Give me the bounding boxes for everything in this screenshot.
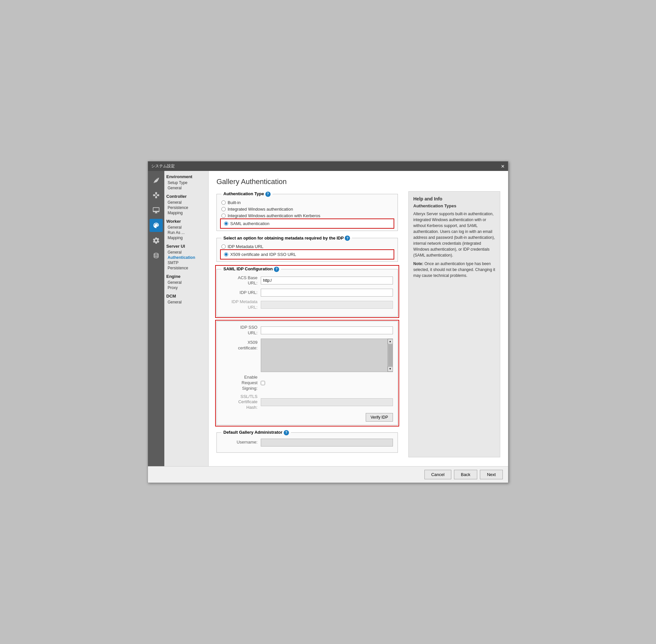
sidebar-icon-environment[interactable]: [149, 174, 163, 187]
nav-link-env-general[interactable]: General: [166, 185, 206, 191]
verify-idp-button[interactable]: Verify IDP: [366, 413, 393, 421]
saml-extra-fieldset: IDP SSOURL: X509certificate: ▲: [216, 321, 398, 425]
x509-cert-row: X509certificate: ▲ ▼: [221, 339, 393, 372]
idp-url-row: IDP URL:: [221, 289, 393, 297]
nav-section-environment: Environment: [166, 174, 206, 179]
auth-type-help-icon[interactable]: ?: [265, 191, 271, 197]
help-panel-note: Note: Once an authentication type has be…: [413, 261, 495, 278]
enable-signing-row: EnableRequestSigning:: [221, 375, 393, 391]
acs-base-url-row: ACS BaseURL:: [221, 275, 393, 286]
metadata-fieldset: Select an option for obtaining metadata …: [216, 235, 398, 262]
note-label: Note:: [413, 261, 423, 266]
x509-cert-wrapper: ▲ ▼: [261, 339, 393, 372]
default-admin-fieldset: Default Gallery Administrator ? Username…: [216, 430, 398, 453]
main-form: Authentication Type ? Built-in Integrate…: [216, 191, 398, 457]
nav-link-worker-mapping[interactable]: Mapping: [166, 235, 206, 240]
idp-metadata-url-row: IDP MetadataURL:: [221, 299, 393, 310]
auth-option-builtin[interactable]: Built-in: [221, 200, 393, 205]
titlebar: システム設定 ✕: [148, 161, 508, 171]
username-input: [261, 439, 393, 446]
next-button[interactable]: Next: [480, 470, 503, 479]
help-panel-subtitle: Authentication Types: [413, 203, 495, 208]
footer-bar: Cancel Back Next: [148, 466, 508, 483]
ssl-cert-hash-label: SSL/TLSCertificateHash:: [221, 394, 261, 411]
main-content: Gallery Authentication Authentication Ty…: [209, 171, 508, 466]
username-row: Username:: [221, 439, 393, 446]
sidebar-icon-serverui[interactable]: [149, 219, 163, 232]
nav-section-engine: Engine: [166, 274, 206, 279]
auth-radio-saml[interactable]: [224, 222, 228, 226]
metadata-option-url[interactable]: IDP Metadata URL: [221, 244, 393, 249]
metadata-legend: Select an option for obtaining metadata …: [221, 235, 352, 241]
close-button[interactable]: ✕: [501, 164, 505, 169]
nav-text-area: Environment Setup Type General Controlle…: [164, 171, 208, 466]
nav-section-controller: Controller: [166, 194, 206, 199]
help-panel: Help and Info Authentication Types Alter…: [408, 191, 500, 457]
nav-link-setup-type[interactable]: Setup Type: [166, 180, 206, 185]
enable-signing-checkbox[interactable]: [261, 381, 265, 385]
idp-sso-url-label: IDP SSOURL:: [221, 325, 261, 336]
note-text: Once an authentication type has been sel…: [413, 261, 495, 278]
help-panel-body: Alteryx Server supports built-in authent…: [413, 211, 495, 258]
auth-radio-kerberos[interactable]: [221, 213, 226, 218]
sidebar: Environment Setup Type General Controlle…: [148, 171, 209, 466]
scrollbar-up-arrow[interactable]: ▲: [388, 339, 393, 344]
auth-option-windows[interactable]: Integrated Windows authentication: [221, 207, 393, 212]
sidebar-icon-controller[interactable]: [149, 189, 163, 202]
scrollbar-thumb[interactable]: [388, 344, 393, 366]
scrollbar-down-arrow[interactable]: ▼: [388, 366, 393, 372]
window-body: Environment Setup Type General Controlle…: [148, 171, 508, 466]
nav-link-ui-persistence[interactable]: Persistence: [166, 266, 206, 271]
default-admin-legend: Default Gallery Administrator ?: [221, 430, 291, 435]
auth-type-options: Built-in Integrated Windows authenticati…: [221, 200, 393, 227]
nav-section-worker: Worker: [166, 219, 206, 224]
enable-signing-label: EnableRequestSigning:: [221, 375, 261, 391]
metadata-option-x509[interactable]: X509 certificate and IDP SSO URL: [221, 251, 393, 258]
acs-base-url-label: ACS BaseURL:: [221, 275, 261, 286]
nav-link-smtp[interactable]: SMTP: [166, 260, 206, 266]
back-button[interactable]: Back: [454, 470, 477, 479]
x509-scrollbar: ▲ ▼: [388, 339, 393, 372]
verify-row: Verify IDP: [221, 413, 393, 421]
nav-link-worker-runas[interactable]: Run As ...: [166, 230, 206, 235]
nav-link-engine-general[interactable]: General: [166, 280, 206, 285]
idp-url-input[interactable]: [261, 289, 393, 297]
nav-link-ctrl-mapping[interactable]: Mapping: [166, 210, 206, 215]
sidebar-icon-worker[interactable]: [149, 204, 163, 217]
auth-option-kerberos[interactable]: Integrated Windows authentication with K…: [221, 213, 393, 218]
page-title: Gallery Authentication: [216, 178, 500, 186]
main-window: システム設定 ✕: [147, 161, 509, 483]
metadata-radio-url[interactable]: [221, 245, 226, 249]
icon-strip: [148, 171, 164, 466]
saml-config-fieldset: SAML IDP Configuration ? ACS BaseURL: ID…: [216, 267, 398, 317]
metadata-radio-x509[interactable]: [224, 252, 228, 256]
idp-metadata-url-label: IDP MetadataURL:: [221, 299, 261, 310]
default-admin-help-icon[interactable]: ?: [284, 430, 289, 435]
nav-link-engine-proxy[interactable]: Proxy: [166, 285, 206, 290]
idp-sso-url-row: IDP SSOURL:: [221, 325, 393, 336]
username-label: Username:: [221, 440, 261, 445]
metadata-help-icon[interactable]: ?: [345, 235, 350, 241]
idp-sso-url-input[interactable]: [261, 326, 393, 334]
sidebar-icon-dcm[interactable]: [149, 249, 163, 262]
acs-base-url-input[interactable]: [261, 277, 393, 284]
x509-cert-content[interactable]: [261, 339, 388, 372]
cancel-button[interactable]: Cancel: [424, 470, 451, 479]
nav-link-worker-general[interactable]: General: [166, 225, 206, 230]
two-col-layout: Authentication Type ? Built-in Integrate…: [216, 191, 500, 457]
ssl-cert-hash-input: [261, 398, 393, 406]
auth-radio-windows[interactable]: [221, 207, 226, 211]
auth-radio-builtin[interactable]: [221, 201, 226, 205]
window-title: システム設定: [151, 163, 175, 169]
nav-link-ctrl-persistence[interactable]: Persistence: [166, 205, 206, 210]
nav-link-ctrl-general[interactable]: General: [166, 200, 206, 205]
nav-link-ui-general[interactable]: General: [166, 250, 206, 255]
nav-link-authentication[interactable]: Authentication: [166, 255, 206, 260]
x509-cert-label: X509certificate:: [221, 339, 261, 351]
saml-config-help-icon[interactable]: ?: [274, 267, 279, 272]
sidebar-icon-engine[interactable]: [149, 234, 163, 247]
idp-metadata-url-input: [261, 301, 393, 309]
auth-option-saml[interactable]: SAML authentication: [221, 220, 393, 227]
ssl-cert-hash-row: SSL/TLSCertificateHash:: [221, 394, 393, 411]
nav-link-dcm-general[interactable]: General: [166, 300, 206, 305]
